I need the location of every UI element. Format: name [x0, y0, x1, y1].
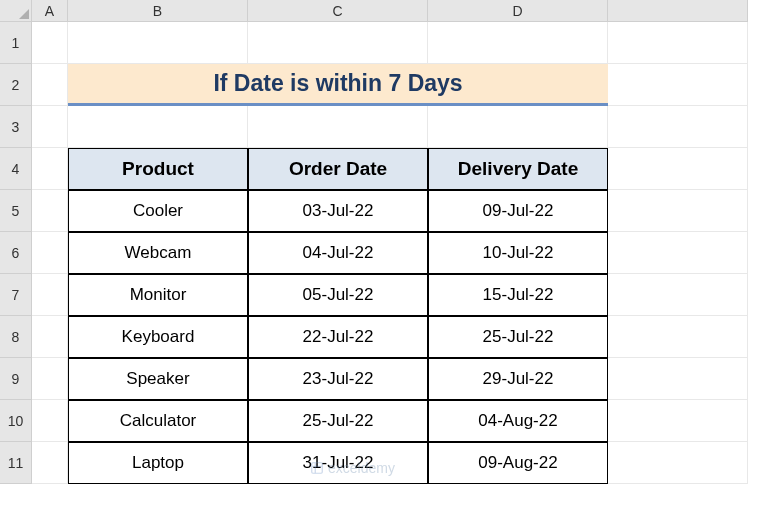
cell[interactable] [608, 274, 748, 316]
cell[interactable] [608, 358, 748, 400]
cell[interactable] [608, 232, 748, 274]
select-all-corner[interactable] [0, 0, 32, 22]
cell[interactable] [428, 106, 608, 148]
cell[interactable] [32, 232, 68, 274]
table-cell-delivery[interactable]: 15-Jul-22 [428, 274, 608, 316]
row-header[interactable]: 7 [0, 274, 32, 316]
cell[interactable] [248, 106, 428, 148]
table-cell-order[interactable]: 22-Jul-22 [248, 316, 428, 358]
table-cell-delivery[interactable]: 09-Aug-22 [428, 442, 608, 484]
table-cell-product[interactable]: Laptop [68, 442, 248, 484]
row-header[interactable]: 11 [0, 442, 32, 484]
table-cell-order[interactable]: 25-Jul-22 [248, 400, 428, 442]
cell[interactable] [68, 106, 248, 148]
row-header[interactable]: 1 [0, 22, 32, 64]
cell[interactable] [248, 22, 428, 64]
table-cell-delivery[interactable]: 04-Aug-22 [428, 400, 608, 442]
cell[interactable] [608, 316, 748, 358]
row-header[interactable]: 10 [0, 400, 32, 442]
row-header[interactable]: 2 [0, 64, 32, 106]
table-cell-product[interactable]: Speaker [68, 358, 248, 400]
col-header-c[interactable]: C [248, 0, 428, 22]
table-cell-delivery[interactable]: 25-Jul-22 [428, 316, 608, 358]
row-header[interactable]: 9 [0, 358, 32, 400]
table-cell-order[interactable]: 05-Jul-22 [248, 274, 428, 316]
cell[interactable] [32, 22, 68, 64]
cell[interactable] [608, 64, 748, 106]
cell[interactable] [32, 442, 68, 484]
col-header-b[interactable]: B [68, 0, 248, 22]
cell[interactable] [608, 190, 748, 232]
table-cell-order[interactable]: 04-Jul-22 [248, 232, 428, 274]
table-cell-delivery[interactable]: 09-Jul-22 [428, 190, 608, 232]
cell[interactable] [32, 316, 68, 358]
cell[interactable] [68, 22, 248, 64]
table-cell-delivery[interactable]: 10-Jul-22 [428, 232, 608, 274]
row-header[interactable]: 4 [0, 148, 32, 190]
table-cell-product[interactable]: Cooler [68, 190, 248, 232]
title-banner[interactable]: If Date is within 7 Days [68, 64, 608, 106]
spreadsheet-grid: A B C D 1 2 If Date is within 7 Days 3 4… [0, 0, 768, 484]
cell[interactable] [608, 442, 748, 484]
col-header-blank[interactable] [608, 0, 748, 22]
table-header-order[interactable]: Order Date [248, 148, 428, 190]
col-header-a[interactable]: A [32, 0, 68, 22]
row-header[interactable]: 3 [0, 106, 32, 148]
row-header[interactable]: 6 [0, 232, 32, 274]
cell[interactable] [32, 190, 68, 232]
cell[interactable] [32, 358, 68, 400]
row-header[interactable]: 8 [0, 316, 32, 358]
cell[interactable] [608, 400, 748, 442]
table-cell-order[interactable]: 03-Jul-22 [248, 190, 428, 232]
cell[interactable] [32, 148, 68, 190]
cell[interactable] [32, 64, 68, 106]
table-header-product[interactable]: Product [68, 148, 248, 190]
cell[interactable] [608, 148, 748, 190]
table-header-delivery[interactable]: Delivery Date [428, 148, 608, 190]
table-cell-product[interactable]: Keyboard [68, 316, 248, 358]
cell[interactable] [608, 22, 748, 64]
table-cell-product[interactable]: Monitor [68, 274, 248, 316]
table-cell-product[interactable]: Calculator [68, 400, 248, 442]
cell[interactable] [32, 274, 68, 316]
table-cell-order[interactable]: 31-Jul-22 [248, 442, 428, 484]
cell[interactable] [608, 106, 748, 148]
table-cell-delivery[interactable]: 29-Jul-22 [428, 358, 608, 400]
row-header[interactable]: 5 [0, 190, 32, 232]
table-cell-order[interactable]: 23-Jul-22 [248, 358, 428, 400]
cell[interactable] [32, 400, 68, 442]
col-header-d[interactable]: D [428, 0, 608, 22]
cell[interactable] [428, 22, 608, 64]
cell[interactable] [32, 106, 68, 148]
table-cell-product[interactable]: Webcam [68, 232, 248, 274]
